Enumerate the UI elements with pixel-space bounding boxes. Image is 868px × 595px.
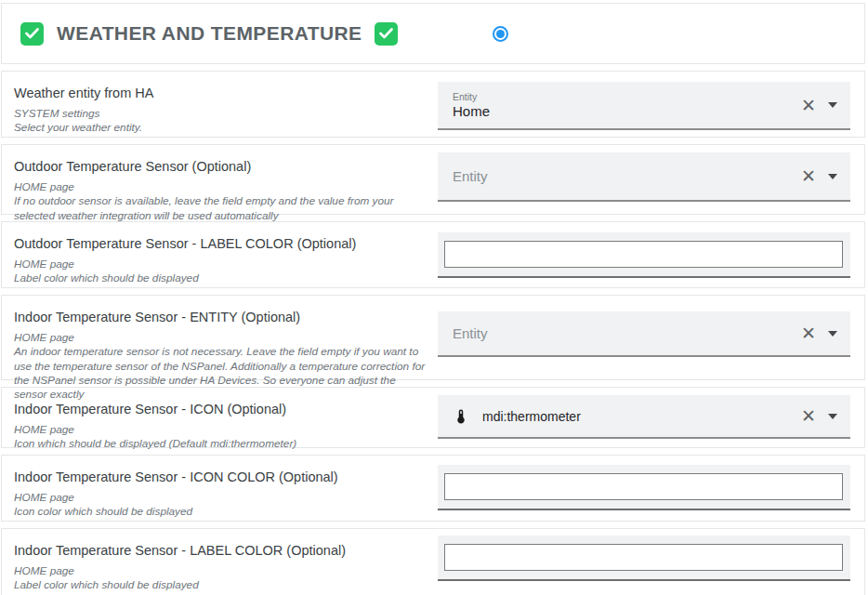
row-subtitle: HOME page bbox=[14, 564, 428, 578]
row-title: Outdoor Temperature Sensor (Optional) bbox=[14, 159, 428, 174]
row-description: Icon which should be displayed (Default … bbox=[14, 437, 428, 451]
select-placeholder: Entity bbox=[453, 168, 488, 184]
setting-row-indoor-entity: Indoor Temperature Sensor - ENTITY (Opti… bbox=[1, 295, 865, 380]
input-container bbox=[438, 232, 850, 278]
section-secondary-checkbox[interactable] bbox=[375, 22, 398, 46]
setting-row-weather-entity: Weather entity from HA SYSTEM settings S… bbox=[1, 71, 865, 138]
row-description: If no outdoor sensor is available, leave… bbox=[14, 194, 428, 223]
row-field bbox=[438, 456, 850, 510]
checkmark-icon bbox=[25, 28, 39, 39]
row-description: Label color which should be displayed bbox=[14, 578, 428, 592]
row-description: Select your weather entity. bbox=[14, 121, 428, 135]
clear-icon[interactable]: ✕ bbox=[797, 95, 820, 116]
indoor-icon-select[interactable]: mdi:thermometer ✕ bbox=[438, 395, 850, 439]
select-body: mdi:thermometer bbox=[453, 406, 797, 427]
row-subtitle: HOME page bbox=[14, 258, 428, 271]
row-description: Label color which should be displayed bbox=[14, 271, 428, 285]
chevron-down-icon[interactable] bbox=[828, 174, 837, 179]
row-field: Entity ✕ bbox=[438, 145, 850, 202]
checkmark-icon bbox=[379, 28, 393, 39]
row-subtitle: HOME page bbox=[14, 331, 428, 345]
row-subtitle: HOME page bbox=[14, 180, 428, 194]
row-field bbox=[438, 222, 850, 278]
chevron-down-icon[interactable] bbox=[828, 331, 837, 337]
row-subtitle: HOME page bbox=[14, 423, 428, 437]
chevron-down-icon[interactable] bbox=[828, 102, 837, 108]
thermometer-icon bbox=[453, 406, 469, 427]
row-title: Outdoor Temperature Sensor - LABEL COLOR… bbox=[14, 236, 428, 251]
select-placeholder: Entity bbox=[453, 325, 488, 341]
section-title: WEATHER AND TEMPERATURE bbox=[57, 22, 362, 45]
row-text: Weather entity from HA SYSTEM settings S… bbox=[2, 72, 438, 143]
row-field: mdi:thermometer ✕ bbox=[438, 388, 850, 439]
select-body: Entity bbox=[453, 325, 797, 342]
section-enabled-checkbox[interactable] bbox=[20, 22, 44, 46]
input-container bbox=[438, 536, 850, 581]
setting-row-outdoor-sensor: Outdoor Temperature Sensor (Optional) HO… bbox=[1, 144, 865, 215]
indoor-icon-color-input[interactable] bbox=[444, 473, 843, 500]
select-body: Entity Home bbox=[453, 91, 797, 120]
clear-icon[interactable]: ✕ bbox=[797, 405, 820, 427]
outdoor-label-color-input[interactable] bbox=[444, 241, 843, 268]
row-field: Entity ✕ bbox=[438, 296, 850, 357]
row-field bbox=[438, 529, 850, 581]
select-label: Entity bbox=[453, 91, 797, 102]
setting-row-indoor-label-color: Indoor Temperature Sensor - LABEL COLOR … bbox=[1, 528, 865, 595]
row-description: Icon color which should be displayed bbox=[14, 505, 428, 519]
input-container bbox=[438, 465, 850, 510]
select-body: Entity bbox=[453, 168, 797, 185]
indoor-entity-select[interactable]: Entity ✕ bbox=[438, 311, 850, 357]
row-title: Indoor Temperature Sensor - ICON COLOR (… bbox=[14, 469, 428, 484]
select-value: mdi:thermometer bbox=[482, 409, 581, 424]
setting-row-outdoor-label-color: Outdoor Temperature Sensor - LABEL COLOR… bbox=[1, 221, 865, 288]
row-text: Indoor Temperature Sensor - ICON COLOR (… bbox=[2, 456, 438, 527]
row-title: Indoor Temperature Sensor - LABEL COLOR … bbox=[14, 543, 428, 558]
section-header: WEATHER AND TEMPERATURE bbox=[1, 3, 865, 64]
setting-row-indoor-icon-color: Indoor Temperature Sensor - ICON COLOR (… bbox=[1, 455, 865, 522]
row-text: Indoor Temperature Sensor - ICON (Option… bbox=[2, 388, 438, 459]
row-text: Indoor Temperature Sensor - LABEL COLOR … bbox=[2, 529, 438, 595]
radio-dot-icon bbox=[496, 30, 505, 38]
chevron-down-icon[interactable] bbox=[828, 414, 837, 419]
outdoor-sensor-select[interactable]: Entity ✕ bbox=[438, 152, 850, 202]
row-field: Entity Home ✕ bbox=[438, 72, 850, 130]
row-text: Outdoor Temperature Sensor (Optional) HO… bbox=[2, 145, 438, 231]
weather-settings-page: WEATHER AND TEMPERATURE Weather entity f… bbox=[0, 0, 868, 595]
row-title: Indoor Temperature Sensor - ENTITY (Opti… bbox=[14, 310, 428, 324]
clear-icon[interactable]: ✕ bbox=[797, 323, 820, 344]
weather-entity-select[interactable]: Entity Home ✕ bbox=[438, 82, 850, 130]
select-value: Home bbox=[453, 103, 490, 119]
row-title: Indoor Temperature Sensor - ICON (Option… bbox=[14, 402, 428, 416]
row-subtitle: HOME page bbox=[14, 491, 428, 505]
row-title: Weather entity from HA bbox=[14, 86, 428, 100]
row-subtitle: SYSTEM settings bbox=[14, 107, 428, 121]
setting-row-indoor-icon: Indoor Temperature Sensor - ICON (Option… bbox=[1, 387, 865, 448]
indoor-label-color-input[interactable] bbox=[444, 544, 843, 571]
section-radio-button[interactable] bbox=[493, 26, 508, 42]
clear-icon[interactable]: ✕ bbox=[797, 165, 820, 187]
row-text: Outdoor Temperature Sensor - LABEL COLOR… bbox=[2, 222, 438, 294]
